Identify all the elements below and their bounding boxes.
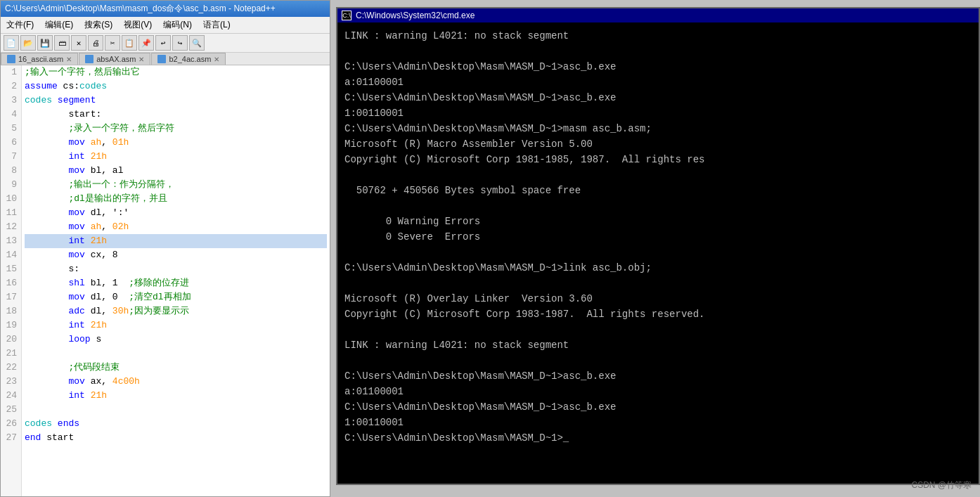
cmd-line (344, 198, 972, 214)
line-num: 19 (1, 318, 21, 333)
menu-view[interactable]: 视图(V) (121, 18, 155, 32)
cmd-line (344, 322, 972, 337)
code-line: codes segment (25, 93, 327, 108)
cmd-content: LINK : warning L4021: no stack segmentC:… (337, 22, 979, 484)
tab-label-16ascii: 16_ascii.asm (18, 55, 63, 63)
line-num: 16 (1, 276, 21, 290)
toolbar-redo[interactable]: ↪ (172, 35, 188, 51)
line-num: 7 (1, 150, 21, 164)
toolbar-cut[interactable]: ✂ (105, 35, 120, 51)
code-line: ;代码段结束 (25, 361, 327, 375)
line-num: 5 (1, 122, 21, 136)
menu-file[interactable]: 文件(F) (4, 18, 37, 32)
cmd-window: C:\ C:\Windows\System32\cmd.exe LINK : w… (336, 7, 980, 485)
menu-lang[interactable]: 语言(L) (200, 18, 233, 32)
code-line: int 21h (25, 318, 327, 333)
tab-close-b24ac[interactable]: ✕ (214, 56, 219, 63)
toolbar-new[interactable]: 📄 (4, 35, 19, 51)
code-area: 1234567891011121314151617181920212223242… (1, 65, 330, 496)
tab-bar: 16_ascii.asm ✕ absAX.asm ✕ b2_4ac.asm ✕ (1, 53, 330, 65)
line-num: 14 (1, 248, 21, 262)
toolbar-print[interactable]: 🖨 (88, 35, 103, 51)
line-num: 22 (1, 361, 21, 375)
cmd-line: C:\Users\Admin\Desktop\Masm\MASM_D~1>asc… (344, 59, 972, 75)
cmd-line: 50762 + 450566 Bytes symbol space free (344, 183, 972, 198)
cmd-line (344, 353, 972, 368)
line-num: 8 (1, 164, 21, 178)
tab-icon-absax (85, 55, 94, 63)
code-line: mov bl, al (25, 164, 327, 178)
code-line: shl bl, 1 ;移除的位存进 (25, 276, 327, 290)
cmd-line: a:01100001 (344, 384, 972, 399)
tab-label-b24ac: b2_4ac.asm (169, 55, 211, 63)
notepad-title: C:\Users\Admin\Desktop\Masm\masm_dos命令\a… (5, 4, 276, 13)
tab-absax[interactable]: absAX.asm ✕ (79, 53, 150, 65)
code-line: ;录入一个字符，然后字符 (25, 122, 327, 136)
line-numbers: 1234567891011121314151617181920212223242… (1, 65, 22, 496)
cmd-line: a:01100001 (344, 75, 972, 90)
tab-icon-16ascii (7, 55, 15, 63)
toolbar-save-all[interactable]: 🗃 (54, 35, 70, 51)
cmd-line: 1:00110001 (344, 105, 972, 121)
code-line: int 21h (25, 150, 327, 164)
cmd-line: LINK : warning L4021: no stack segment (344, 337, 972, 353)
line-num: 24 (1, 389, 21, 403)
line-num: 10 (1, 192, 21, 206)
cmd-line: C:\Users\Admin\Desktop\Masm\MASM_D~1>_ (344, 430, 972, 446)
menu-search[interactable]: 搜索(S) (82, 18, 115, 32)
cmd-title-bar: C:\ C:\Windows\System32\cmd.exe (337, 8, 979, 22)
code-line (25, 347, 327, 361)
cmd-title: C:\Windows\System32\cmd.exe (356, 11, 475, 20)
line-num: 1 (1, 65, 21, 79)
toolbar: 📄 📂 💾 🗃 ✕ 🖨 ✂ 📋 📌 ↩ ↪ 🔍 (1, 34, 330, 53)
code-line: start: (25, 108, 327, 122)
cmd-line (344, 167, 972, 183)
code-line: assume cs:codes (25, 79, 327, 93)
line-num: 6 (1, 136, 21, 150)
line-num: 2 (1, 79, 21, 93)
code-line: ;输入一个字符，然后输出它 (25, 65, 327, 79)
tab-16ascii[interactable]: 16_ascii.asm ✕ (1, 53, 78, 65)
code-line: adc dl, 30h;因为要显示示 (25, 304, 327, 318)
toolbar-save[interactable]: 💾 (37, 35, 53, 51)
line-num: 15 (1, 262, 21, 276)
toolbar-paste[interactable]: 📌 (138, 35, 154, 51)
cmd-line (344, 245, 972, 260)
cmd-line: Microsoft (R) Overlay Linker Version 3.6… (344, 291, 972, 306)
cmd-line: 0 Warning Errors (344, 214, 972, 229)
cmd-line: 0 Severe Errors (344, 229, 972, 245)
notepad-window: C:\Users\Admin\Desktop\Masm\masm_dos命令\a… (0, 0, 330, 497)
tab-close-absax[interactable]: ✕ (138, 56, 144, 63)
code-line: ;输出一个：作为分隔符， (25, 178, 327, 192)
code-line: loop s (25, 333, 327, 347)
cmd-line: LINK : warning L4021: no stack segment (344, 28, 972, 44)
menu-bar: 文件(F) 编辑(E) 搜索(S) 视图(V) 编码(N) 语言(L) (1, 17, 330, 34)
code-content[interactable]: ;输入一个字符，然后输出它assume cs:codescodes segmen… (22, 65, 330, 496)
line-num: 17 (1, 290, 21, 304)
toolbar-undo[interactable]: ↩ (155, 35, 171, 51)
line-num: 20 (1, 333, 21, 347)
cmd-line: C:\Users\Admin\Desktop\Masm\MASM_D~1>lin… (344, 260, 972, 276)
code-line: codes ends (25, 417, 327, 431)
toolbar-find[interactable]: 🔍 (189, 35, 205, 51)
cmd-line: Copyright (C) Microsoft Corp 1983-1987. … (344, 306, 972, 322)
tab-close-16ascii[interactable]: ✕ (66, 56, 72, 63)
code-line (25, 403, 327, 417)
menu-encode[interactable]: 编码(N) (160, 18, 195, 32)
cmd-line: Copyright (C) Microsoft Corp 1981-1985, … (344, 152, 972, 167)
cmd-line: Microsoft (R) Macro Assembler Version 5.… (344, 136, 972, 152)
code-line: int 21h (25, 389, 327, 403)
cmd-line (344, 44, 972, 59)
line-num: 27 (1, 431, 21, 445)
cmd-line: 1:00110001 (344, 415, 972, 430)
code-line: s: (25, 262, 327, 276)
toolbar-open[interactable]: 📂 (20, 35, 36, 51)
cmd-line: C:\Users\Admin\Desktop\Masm\MASM_D~1>asc… (344, 399, 972, 415)
cmd-line: C:\Users\Admin\Desktop\Masm\MASM_D~1>mas… (344, 121, 972, 136)
code-line: mov ah, 01h (25, 136, 327, 150)
toolbar-close[interactable]: ✕ (71, 35, 86, 51)
toolbar-copy[interactable]: 📋 (122, 35, 137, 51)
menu-edit[interactable]: 编辑(E) (42, 18, 76, 32)
line-num: 13 (1, 234, 21, 248)
tab-b24ac[interactable]: b2_4ac.asm ✕ (151, 53, 226, 65)
